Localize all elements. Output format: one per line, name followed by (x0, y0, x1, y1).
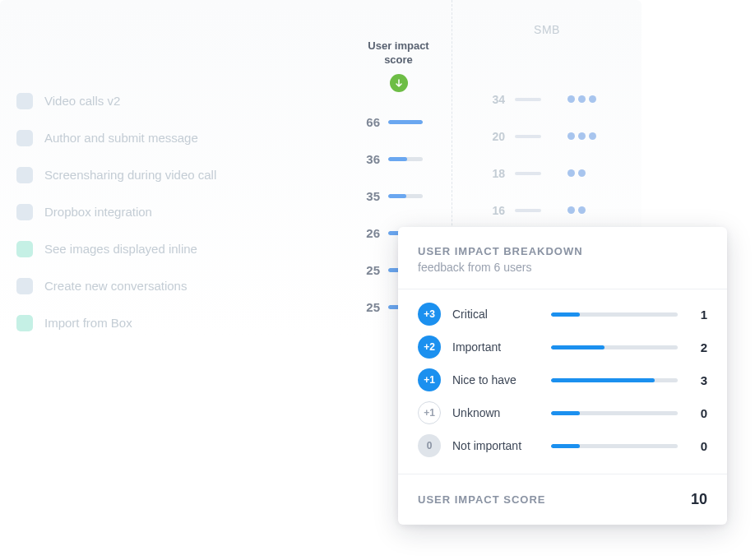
score-value: 25 (360, 300, 380, 314)
score-value: 26 (360, 226, 380, 240)
smb-row: 34 (452, 81, 642, 118)
feature-label: Create new conversations (44, 279, 187, 293)
feature-item[interactable]: Dropbox integration (16, 193, 329, 230)
breakdown-row: +1Unknown0 (418, 396, 707, 429)
feature-item[interactable]: Author and submit message (16, 119, 329, 156)
breakdown-count: 2 (689, 340, 707, 354)
breakdown-bar (551, 345, 678, 349)
breakdown-bar (551, 378, 678, 382)
dot-icon (567, 169, 575, 177)
dot-icon (578, 132, 586, 140)
smb-row: 18 (452, 155, 642, 192)
score-value: 36 (360, 152, 380, 166)
feature-item[interactable]: See images displayed inline (16, 230, 329, 267)
dot-icon (589, 132, 596, 140)
breakdown-count: 0 (689, 406, 707, 420)
breakdown-row: +3Critical1 (418, 298, 707, 331)
score-value: 25 (360, 263, 380, 277)
smb-value: 16 (487, 204, 505, 217)
smb-value: 34 (487, 93, 505, 106)
breakdown-label: Important (452, 340, 540, 354)
weight-badge: +1 (418, 401, 441, 424)
score-header: User impact score (345, 39, 452, 67)
breakdown-footer-label: USER IMPACT SCORE (418, 493, 545, 506)
score-row: 66 (345, 104, 452, 141)
dot-icon (567, 95, 575, 103)
score-value: 35 (360, 189, 380, 203)
breakdown-row: +2Important2 (418, 331, 707, 363)
feature-checkbox[interactable] (16, 167, 33, 183)
dot-icon (578, 169, 586, 177)
feature-label: Video calls v2 (44, 94, 120, 108)
feature-checkbox[interactable] (16, 130, 33, 146)
feature-checkbox[interactable] (16, 204, 33, 220)
feature-item[interactable]: Import from Box (16, 304, 329, 341)
feature-label: See images displayed inline (44, 242, 197, 256)
dot-icon (578, 95, 586, 103)
feature-label: Dropbox integration (44, 205, 152, 219)
weight-badge: +3 (418, 303, 441, 326)
smb-bar (515, 135, 541, 138)
feature-item[interactable]: Create new conversations (16, 267, 329, 304)
feature-item[interactable]: Video calls v2 (16, 82, 329, 119)
smb-bar (515, 172, 541, 175)
breakdown-subtitle: feedback from 6 users (418, 261, 707, 274)
breakdown-card: USER IMPACT BREAKDOWN feedback from 6 us… (398, 227, 727, 525)
feature-checkbox[interactable] (16, 93, 33, 109)
smb-dots (567, 169, 586, 177)
breakdown-header: USER IMPACT BREAKDOWN feedback from 6 us… (398, 227, 727, 289)
breakdown-bar (551, 411, 678, 415)
breakdown-row: +1Nice to have3 (418, 363, 707, 396)
sort-descending-icon[interactable] (390, 74, 408, 92)
breakdown-count: 0 (689, 439, 707, 453)
feature-label: Screensharing during video call (44, 168, 216, 182)
score-bar (388, 194, 423, 198)
smb-value: 20 (487, 130, 505, 143)
breakdown-label: Not important (452, 439, 540, 452)
breakdown-label: Unknown (452, 406, 540, 419)
score-bar (388, 157, 423, 161)
breakdown-footer: USER IMPACT SCORE 10 (398, 474, 727, 525)
breakdown-label: Critical (452, 308, 540, 321)
weight-badge: 0 (418, 434, 441, 457)
feature-label: Author and submit message (44, 131, 198, 145)
breakdown-bar (551, 444, 678, 448)
smb-dots (567, 95, 596, 103)
dot-icon (578, 206, 586, 214)
dot-icon (567, 132, 575, 140)
smb-bar (515, 98, 541, 101)
feature-checkbox[interactable] (16, 241, 33, 257)
dot-icon (567, 206, 575, 214)
score-value: 66 (360, 115, 380, 129)
weight-badge: +1 (418, 368, 441, 391)
breakdown-label: Nice to have (452, 373, 540, 386)
score-header-line1: User impact (345, 39, 452, 53)
breakdown-title: USER IMPACT BREAKDOWN (418, 245, 707, 257)
feature-checkbox[interactable] (16, 278, 33, 294)
smb-row: 16 (452, 192, 642, 229)
score-row: 36 (345, 141, 452, 178)
smb-row: 20 (452, 118, 642, 155)
breakdown-count: 3 (689, 373, 707, 387)
smb-header: SMB (452, 23, 642, 36)
breakdown-body: +3Critical1+2Important2+1Nice to have3+1… (398, 289, 727, 474)
breakdown-bar (551, 312, 678, 317)
breakdown-footer-total: 10 (691, 491, 707, 508)
smb-value: 18 (487, 167, 505, 180)
feature-item[interactable]: Screensharing during video call (16, 156, 329, 193)
feature-list: Video calls v2Author and submit messageS… (0, 0, 345, 337)
feature-checkbox[interactable] (16, 315, 33, 331)
score-header-line2: score (345, 53, 452, 67)
dot-icon (589, 95, 596, 103)
score-bar (388, 120, 423, 124)
score-row: 35 (345, 178, 452, 215)
weight-badge: +2 (418, 336, 441, 359)
breakdown-count: 1 (689, 308, 707, 322)
smb-dots (567, 206, 586, 214)
feature-label: Import from Box (44, 316, 132, 330)
smb-dots (567, 132, 596, 140)
breakdown-row: 0Not important0 (418, 429, 707, 462)
smb-bar (515, 209, 541, 212)
